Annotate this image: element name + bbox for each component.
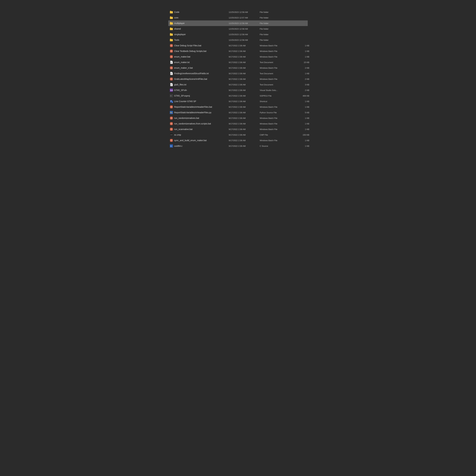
file-name-cell: run_scannative.bat (170, 128, 229, 131)
file-size: 3 KB (294, 84, 309, 86)
svg-rect-37 (170, 68, 170, 68)
svg-rect-115 (171, 141, 171, 142)
file-name: core (174, 17, 178, 19)
file-date: 9/17/2022 2:38 AM (229, 134, 260, 136)
file-type: File folder (260, 28, 294, 30)
svg-text:SLN: SLN (170, 90, 173, 91)
bat-icon (170, 117, 173, 120)
file-date: 9/17/2022 2:38 AM (229, 61, 260, 64)
py-icon: Py (170, 111, 173, 114)
file-type: SSPROJ File (260, 95, 294, 97)
list-item[interactable]: multiplayer 12/25/2023 12:58 AM File fol… (168, 20, 308, 26)
bat-icon (170, 139, 173, 142)
file-name-cell: gta5_files.txt (170, 83, 229, 86)
file-type: File folder (260, 22, 294, 24)
svg-rect-92 (171, 122, 171, 123)
file-type: CMP File (260, 134, 294, 136)
list-item[interactable]: singleplayer 12/25/2023 12:58 AM File fo… (168, 32, 308, 37)
svg-rect-103 (171, 130, 171, 131)
svg-rect-2 (171, 44, 171, 45)
file-date: 9/17/2022 2:38 AM (229, 72, 260, 75)
list-item[interactable]: SS GTA5_SP.ssproj 9/17/2022 2:38 AM SSPR… (168, 93, 308, 99)
svg-rect-49 (171, 80, 171, 80)
svg-rect-51 (172, 79, 173, 79)
file-name-cell: sync_and_build_enum_maker.bat (170, 139, 229, 142)
list-item[interactable]: run_randomizenatives.from.scripts.bat 9/… (168, 121, 308, 126)
file-date: 9/17/2022 2:38 AM (229, 128, 260, 131)
list-item[interactable]: SLN GTA5_SP.sln 9/17/2022 2:38 AM Visual… (168, 87, 308, 93)
file-type: Text Document (260, 72, 294, 75)
file-date: 9/17/2022 2:38 AM (229, 67, 260, 69)
list-item[interactable]: Py ReportStaticVariablesInHeaderFiles.py… (168, 110, 308, 115)
file-date: 12/25/2023 12:58 AM (229, 11, 260, 13)
file-name: Clear Testbeds Debug Scripts.bat (174, 50, 206, 52)
svg-rect-4 (170, 45, 170, 46)
file-type: Shortcut (260, 100, 294, 102)
svg-rect-23 (171, 58, 171, 58)
list-item[interactable]: Tools 12/25/2023 12:58 AM File folder (168, 37, 308, 43)
file-size: 2 KB (294, 67, 309, 69)
txt-icon (170, 83, 173, 86)
file-size: 1 KB (294, 100, 309, 102)
svg-rect-66 (170, 101, 172, 101)
svg-rect-82 (171, 117, 171, 117)
file-name-cell: Line Counter GTA5 SP (170, 100, 229, 103)
bat-icon (170, 128, 173, 131)
svg-rect-70 (171, 105, 171, 106)
svg-rect-67 (170, 102, 171, 102)
svg-rect-85 (172, 118, 173, 118)
list-item[interactable]: enum_maker.bat 9/17/2022 2:38 AM Windows… (168, 54, 308, 60)
file-date: 9/17/2022 2:38 AM (229, 139, 260, 142)
file-name-cell: run_randomizenatives.bat (170, 117, 229, 120)
file-date: 9/17/2022 2:38 AM (229, 100, 260, 102)
file-name: FindingUnreferencedStructFields.txt (174, 72, 209, 75)
list-item[interactable]: Clear Testbeds Debug Scripts.bat 9/17/20… (168, 48, 308, 54)
file-size: 1 KB (294, 56, 309, 58)
svg-rect-13 (171, 52, 171, 52)
list-item[interactable]: run_scannative.bat 9/17/2022 2:38 AM Win… (168, 126, 308, 132)
list-item[interactable]: gta5_files.txt 9/17/2022 2:38 AM Text Do… (168, 82, 308, 87)
file-name-cell: CMP sc.cmp (170, 133, 229, 136)
svg-rect-114 (171, 139, 171, 139)
svg-rect-71 (171, 108, 171, 108)
svg-rect-73 (172, 107, 173, 107)
list-item[interactable]: run_randomizenatives.bat 9/17/2022 2:38 … (168, 115, 308, 121)
file-type: Python Source File (260, 111, 294, 114)
file-name: sc.cmp (174, 134, 181, 136)
bat-icon (170, 55, 173, 58)
list-item[interactable]: enum_maker.txt 9/17/2022 2:38 AM Text Do… (168, 60, 308, 65)
file-name-cell: enum_maker.bat (170, 55, 229, 58)
list-item[interactable]: Code 12/25/2023 12:58 AM File folder (168, 9, 308, 15)
list-item[interactable]: sync_and_build_enum_maker.bat 9/17/2022 … (168, 137, 308, 143)
list-item[interactable]: ReportStaticVariablesInHeaderFiles.bat 9… (168, 104, 308, 110)
svg-text:Py: Py (170, 112, 172, 113)
list-item[interactable]: core 12/25/2023 12:57 AM File folder (168, 15, 308, 20)
svg-rect-104 (170, 129, 170, 129)
file-date: 9/17/2022 2:38 AM (229, 145, 260, 147)
file-type: File folder (260, 17, 294, 19)
file-name-cell: multiplayer (170, 22, 229, 25)
file-name: enum_maker.bat (174, 55, 190, 58)
bat-icon (170, 44, 173, 47)
file-name: Clear Debug Script Files.bat (174, 44, 201, 47)
file-type: C Source (260, 145, 294, 147)
file-name: Line Counter GTA5 SP (174, 100, 196, 102)
file-type: File folder (260, 11, 294, 13)
svg-text:c: c (170, 145, 171, 147)
list-item[interactable]: enum_maker_ir.bat 9/17/2022 2:38 AM Wind… (168, 65, 308, 71)
list-item[interactable]: FindingUnreferencedStructFields.txt 9/17… (168, 71, 308, 76)
list-item[interactable]: CMP sc.cmp 9/17/2022 2:38 AM CMP File 15… (168, 132, 308, 137)
list-item[interactable]: GrabLatestMapSceneXmlFiles.bat 9/17/2022… (168, 76, 308, 82)
file-date: 12/25/2023 12:58 AM (229, 28, 260, 30)
svg-rect-22 (171, 55, 171, 56)
svg-rect-14 (170, 51, 170, 51)
list-item[interactable]: shared 12/25/2023 12:58 AM File folder (168, 26, 308, 32)
file-date: 12/25/2023 12:58 AM (229, 22, 260, 24)
file-date: 12/25/2023 12:58 AM (229, 33, 260, 36)
file-type: Windows Batch File (260, 67, 294, 69)
folder-icon (170, 11, 173, 14)
list-item[interactable]: Clear Debug Script Files.bat 9/17/2022 2… (168, 43, 308, 48)
file-size: 406 KB (294, 95, 309, 97)
list-item[interactable]: c uuid64.c 9/17/2022 2:38 AM C Source 1 … (168, 143, 308, 149)
list-item[interactable]: Line Counter GTA5 SP 9/17/2022 2:38 AM S… (168, 99, 308, 104)
